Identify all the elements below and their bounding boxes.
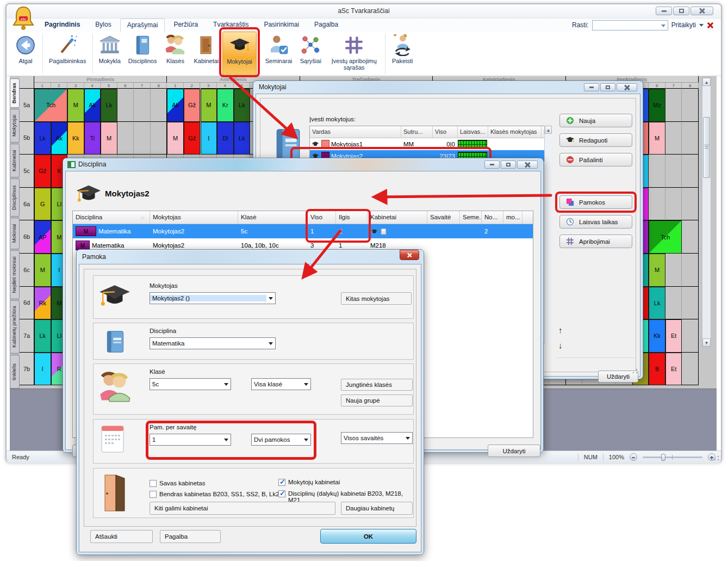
lesson-cell[interactable]: Ti [84, 122, 101, 155]
lesson-cell[interactable]: M [67, 89, 84, 122]
timetable-cell[interactable] [649, 188, 665, 221]
lesson-cell[interactable]: Lk [101, 89, 117, 122]
minimize-button[interactable] [656, 7, 672, 15]
table-column-header[interactable]: Klasė [238, 211, 308, 224]
lesson-cell[interactable]: Kr [217, 89, 234, 122]
list-column-header[interactable]: Klasės mokytojas [488, 126, 542, 138]
timetable-cell[interactable] [117, 122, 134, 155]
tab-pagalba[interactable]: Pagalba [308, 19, 345, 32]
row-label-6c[interactable]: 6c [20, 254, 34, 287]
chevron-down-icon[interactable] [302, 434, 310, 445]
timetable-cell[interactable] [682, 220, 699, 254]
lesson-cell[interactable]: Lk [34, 122, 51, 155]
lesson-cell[interactable]: Tch [649, 220, 682, 254]
toolbar-button-klasės[interactable]: Klasės [160, 32, 190, 76]
close-button[interactable] [517, 161, 538, 169]
zoom-slider[interactable] [643, 457, 702, 458]
teacher-row-mokytojas1[interactable]: Mokytojas1MM0|0 [310, 138, 551, 150]
tab-tvarkaraštis[interactable]: Tvarkaraštis [207, 19, 255, 32]
scroll-up-icon[interactable]: ▲ [702, 78, 711, 86]
timetable-cell[interactable] [682, 319, 699, 353]
timetable-cell[interactable] [151, 122, 167, 155]
list-column-header[interactable]: Vardas [310, 126, 401, 138]
table-column-header[interactable]: Viso [308, 211, 336, 224]
joint-classes-button[interactable]: Jungtinės klasės [341, 379, 413, 391]
lesson-cell[interactable]: Et [665, 319, 682, 353]
lesson-cell[interactable]: Ak [84, 89, 101, 122]
close-button[interactable] [400, 250, 419, 260]
lesson-cell[interactable]: B [649, 353, 665, 386]
timetable-cell[interactable] [682, 254, 699, 287]
tab-pagrindinis[interactable]: Pagrindinis [38, 19, 86, 32]
timetable-cell[interactable] [117, 89, 134, 122]
chevron-down-icon[interactable] [266, 293, 275, 304]
button-pašalinti[interactable]: Pašalinti [559, 153, 632, 167]
lesson-cell[interactable]: Dl [217, 122, 234, 155]
titlebar[interactable]: aSc aSc Tvarkaraščiai [7, 4, 721, 19]
timetable-cell[interactable] [665, 122, 682, 155]
side-tab-tinklelis[interactable]: tinklelis [10, 355, 20, 389]
timetable-cell[interactable] [682, 89, 699, 122]
row-label-6b[interactable]: 6b [20, 220, 34, 254]
toolbar-button-sąryšiai[interactable]: Sąryšiai [296, 32, 325, 76]
row-label-7b[interactable]: 7b [20, 353, 34, 386]
timetable-cell[interactable] [665, 155, 682, 188]
whole-class-select[interactable]: Visa klasė [251, 378, 311, 390]
lesson-cell[interactable]: Gž [34, 155, 51, 188]
button-apribojimai[interactable]: Apribojimai [559, 235, 632, 248]
lesson-cell[interactable]: Lk [649, 287, 665, 320]
length-select[interactable]: Dvi pamokos [251, 434, 311, 446]
table-column-header[interactable]: mo... [503, 211, 522, 224]
weeks-select[interactable]: Visos savaitės [341, 432, 413, 444]
list-column-header[interactable]: Sutru... [401, 126, 433, 138]
lesson-cell[interactable]: Gž [184, 89, 201, 122]
list-column-header[interactable]: Viso [433, 126, 458, 138]
side-tab-disciplinos[interactable]: Disciplinos [10, 178, 20, 217]
chevron-down-icon[interactable] [222, 379, 231, 390]
toolbar-button-įvestų-apribojimų-sąrašas[interactable]: Įvestų apribojimų sąrašas [325, 32, 383, 76]
chevron-down-icon[interactable] [222, 434, 231, 445]
table-column-header[interactable]: Ilgis [336, 211, 368, 224]
scroll-down-icon[interactable]: ▼ [702, 338, 711, 347]
lesson-cell[interactable]: M [201, 89, 217, 122]
close-button[interactable] [690, 7, 713, 15]
tab-aprašymai[interactable]: Aprašymai [120, 19, 165, 32]
toolbar-button-kabinetai[interactable]: Kabinetai [190, 32, 222, 76]
toolbar-button-pagalbininkas[interactable]: Pagalbininkas [45, 32, 90, 76]
per-week-select[interactable]: 1 [150, 434, 231, 446]
list-scrollbar[interactable]: ▲ [544, 126, 552, 343]
timetable-cell[interactable] [151, 89, 167, 122]
lesson-cell[interactable]: Rk [34, 287, 51, 320]
chevron-down-icon[interactable] [266, 338, 275, 349]
side-tab-mokytojai[interactable]: Mokytojai [10, 109, 20, 143]
button-laisvas-laikas[interactable]: Laisvas laikas [559, 215, 632, 229]
lesson-row[interactable]: MMatematikaMokytojas25c122 [73, 224, 533, 238]
side-tab-mokiniai[interactable]: Mokiniai [10, 218, 20, 249]
lesson-cell[interactable]: Tch [34, 89, 67, 122]
timetable-cell[interactable] [682, 353, 699, 386]
chevron-down-icon[interactable] [661, 24, 665, 27]
side-tab-kabinetų-priežiūra[interactable]: Kabinetų priežiūra [10, 300, 20, 354]
table-column-header[interactable]: No... [482, 211, 503, 224]
close-button[interactable] [617, 83, 637, 91]
lesson-cell[interactable]: M [167, 122, 184, 155]
timetable-cell[interactable] [665, 188, 682, 221]
cancel-button[interactable]: Atšaukti [90, 530, 153, 543]
own-room-checkbox[interactable]: Savas kabinetas [150, 480, 205, 487]
subject-select[interactable]: Matematika [150, 337, 276, 349]
toolbar-button-mokytojai[interactable]: Mokytojai [222, 32, 256, 76]
tab-pasirinkimai[interactable]: Pasirinkimai [257, 19, 306, 32]
button-pamokos[interactable]: Pamokos [559, 195, 632, 209]
ok-button[interactable]: OK [320, 529, 416, 544]
move-down-button[interactable]: ↓ [558, 341, 563, 350]
close-dialog-button[interactable]: Uždaryti [488, 445, 540, 457]
lesson-cell[interactable]: Ak [167, 89, 184, 122]
shared-room-checkbox[interactable]: Bendras kabinetas B203, SS1, SS2, B, Lk2 [150, 491, 279, 498]
maximize-button[interactable] [673, 7, 689, 15]
chevron-down-icon[interactable] [302, 379, 310, 390]
maximize-button[interactable] [600, 83, 615, 91]
chevron-down-icon[interactable] [699, 24, 704, 27]
lesson-cell[interactable]: AP [34, 220, 51, 254]
chevron-down-icon[interactable] [403, 433, 412, 443]
timetable-cell[interactable] [682, 188, 699, 221]
